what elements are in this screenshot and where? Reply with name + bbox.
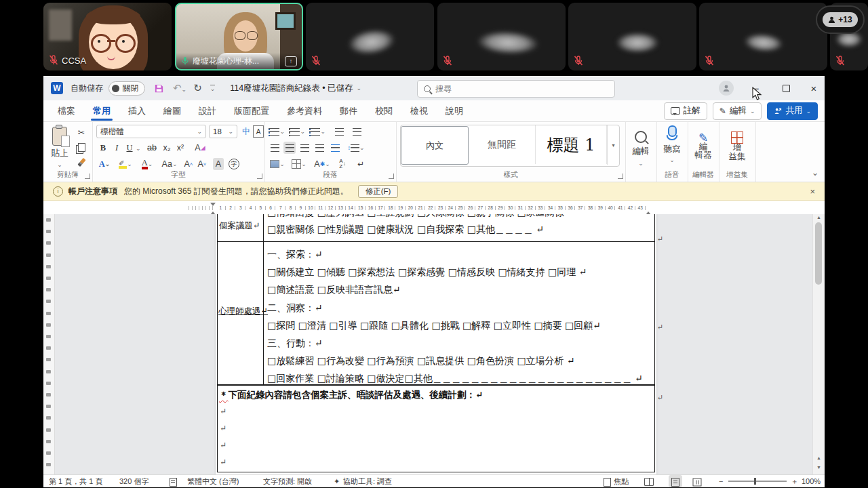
search-box[interactable]: 搜尋 (417, 80, 615, 98)
treatment-line[interactable]: 三、行動：↵ (267, 336, 323, 352)
scrollbar-thumb[interactable] (815, 222, 822, 285)
decrease-indent-button[interactable] (332, 126, 346, 137)
close-button[interactable]: × (800, 76, 827, 100)
align-left-button[interactable] (269, 142, 281, 154)
copy-button[interactable] (75, 141, 88, 153)
scroll-up-icon[interactable]: ▲ (813, 215, 825, 220)
ribbon-tab-參考資料[interactable]: 參考資料 (278, 101, 331, 121)
style-gallery-scroll[interactable]: ▾ (607, 125, 619, 165)
issues-line[interactable]: □親密關係 □性別議題 □健康狀況 □自我探索 □其他＿＿＿＿ ↵ (267, 224, 544, 236)
sort-button[interactable]: AZ↓ (335, 158, 350, 170)
message-close-icon[interactable]: × (810, 186, 815, 197)
line-spacing-button[interactable]: ↕⌄ (347, 142, 365, 154)
video-tile-dark[interactable] (437, 3, 566, 70)
bullets-button[interactable]: ⌄ (269, 126, 285, 137)
ribbon-tab-版面配置[interactable]: 版面配置 (225, 101, 278, 121)
show-marks-button[interactable]: ↵ (354, 158, 368, 170)
vertical-scrollbar[interactable]: ▲ ▲ ▼ (812, 214, 825, 474)
asian-layout-button[interactable]: A✱⌄ (313, 158, 331, 170)
participants-badge[interactable]: +13 (816, 5, 865, 34)
issues-clipped-line[interactable]: □情緒困擾 □壓力調適 □生涯規劃 □人際關係 □親子關係 □家庭關係 (267, 214, 652, 221)
increase-indent-button[interactable] (350, 126, 363, 137)
scroll-prev-page-icon[interactable]: ▲ (813, 455, 825, 460)
editing-mode-button[interactable]: ✎編輯⌄ (713, 102, 762, 120)
multilevel-list-button[interactable]: ⌄ (309, 126, 326, 137)
autosave-toggle[interactable]: 關閉 (108, 81, 145, 96)
ribbon-tab-檔案[interactable]: 檔案 (49, 101, 84, 121)
clipboard-dialog-launcher[interactable] (85, 174, 90, 179)
font-name-combo[interactable]: 標楷體⌄ (96, 125, 206, 138)
distribute-button[interactable] (328, 142, 342, 154)
issues-label-cell[interactable]: 個案議題↵ (219, 220, 260, 232)
enclose-characters-button[interactable]: 字 (228, 158, 240, 170)
save-icon[interactable] (154, 83, 164, 94)
video-tile-dark[interactable] (568, 3, 696, 70)
video-tile-ccsa[interactable]: CCSA (43, 3, 172, 70)
video-tile-dark[interactable] (699, 3, 827, 70)
character-shading-button[interactable]: A (213, 158, 224, 170)
paste-button[interactable]: 貼上 ⌄ (47, 125, 72, 169)
paragraph-mark[interactable]: ↵ (220, 424, 226, 433)
page-indicator[interactable]: 第 1 頁，共 1 頁 (49, 475, 102, 487)
zoom-out-icon[interactable]: − (719, 475, 723, 487)
first-line-indent-marker[interactable] (210, 203, 216, 209)
paragraph-mark[interactable]: ↵ (220, 441, 226, 450)
zoom-slider[interactable] (728, 481, 787, 482)
style-normal[interactable]: 內文 (401, 126, 469, 165)
undo-icon[interactable]: ↶⌄ (173, 82, 186, 94)
font-color-button[interactable]: A⌄ (138, 158, 156, 170)
phonetic-guide-icon[interactable]: 中 (240, 125, 252, 138)
character-border-icon[interactable]: A (253, 125, 264, 138)
treatment-line[interactable]: 一、探索：↵ (267, 247, 323, 263)
fix-button[interactable]: 修正(F) (358, 185, 399, 198)
ribbon-tab-檢視[interactable]: 檢視 (401, 101, 437, 121)
treatment-line[interactable]: □回家作業 □討論策略 □做決定□其他＿＿＿＿＿＿＿＿＿＿＿＿＿＿＿＿＿＿＿＿＿… (267, 371, 643, 387)
borders-button[interactable]: ⌄ (290, 158, 308, 170)
subscript-button[interactable]: x₂ (161, 142, 172, 154)
zoom-in-icon[interactable]: ＋ (791, 475, 798, 487)
title-dropdown-icon[interactable]: ⌄ (357, 85, 362, 92)
ribbon-tab-插入[interactable]: 插入 (119, 101, 155, 121)
cut-button[interactable]: ✂ (75, 126, 88, 138)
record-heading[interactable]: ＊下面紀錄內容請包含個案主訴、晤談評估及處遇、後續計劃：↵ (219, 389, 483, 401)
text-prediction[interactable]: 文字預測: 開啟 (263, 475, 312, 487)
ribbon-tab-說明[interactable]: 說明 (437, 101, 472, 121)
clear-formatting-button[interactable]: A◢ (193, 142, 208, 154)
find-edit-button[interactable]: 編輯 ⌄ (628, 126, 654, 171)
editor-button[interactable]: ✎ 編 輯器 (690, 125, 716, 167)
share-screen-icon[interactable]: ↑ (285, 56, 297, 66)
paragraph-dialog-launcher[interactable] (389, 174, 394, 179)
ribbon-tab-設計[interactable]: 設計 (190, 101, 225, 121)
superscript-button[interactable]: x² (175, 142, 186, 154)
treatment-line[interactable]: □簡述語意 □反映非語言訊息↵ (267, 282, 401, 298)
read-mode-button[interactable] (644, 475, 654, 487)
video-tile-dark[interactable] (306, 3, 434, 70)
dictate-button[interactable]: 聽寫 ⌄ (659, 125, 685, 163)
style-heading1[interactable]: 標題 1 (536, 125, 607, 164)
share-button[interactable]: 共用⌄ (767, 102, 818, 120)
ribbon-tab-繪圖[interactable]: 繪圖 (155, 101, 190, 121)
focus-button[interactable]: 焦點 (614, 475, 629, 487)
vertical-ruler[interactable] (43, 214, 55, 474)
paragraph-mark[interactable]: ↵ (220, 458, 226, 467)
font-size-combo[interactable]: 18⌄ (209, 125, 237, 138)
align-right-button[interactable] (298, 142, 311, 154)
document-title[interactable]: 114廢墟花園諮商紀錄表 • 已儲存 (230, 83, 353, 94)
styles-dialog-launcher[interactable] (618, 174, 623, 179)
ribbon-tab-常用[interactable]: 常用 (84, 101, 119, 121)
strikethrough-button[interactable]: ab (145, 142, 159, 154)
shading-button[interactable]: ⌄ (269, 158, 286, 170)
zoom-slider-thumb[interactable] (754, 478, 756, 485)
scroll-next-page-icon[interactable]: ▼ (813, 465, 825, 470)
treatment-line[interactable]: □關係建立 □傾聽 □探索想法 □探索感覺 □情感反映 □情緒支持 □同理 ↵ (267, 264, 587, 281)
zoom-level[interactable]: 100% (802, 475, 821, 487)
style-no-spacing[interactable]: 無間距 (469, 125, 536, 164)
web-layout-button[interactable] (693, 475, 701, 487)
numbering-button[interactable]: ⌄ (289, 126, 305, 137)
language-indicator[interactable]: 繁體中文 (台灣) (187, 475, 239, 487)
grow-font-button[interactable]: A˄ (183, 158, 194, 170)
italic-button[interactable]: I (113, 142, 121, 154)
ribbon-tab-校閱[interactable]: 校閱 (366, 101, 401, 121)
treatment-line[interactable]: 二、洞察：↵ (267, 300, 323, 317)
user-avatar[interactable] (719, 81, 734, 96)
